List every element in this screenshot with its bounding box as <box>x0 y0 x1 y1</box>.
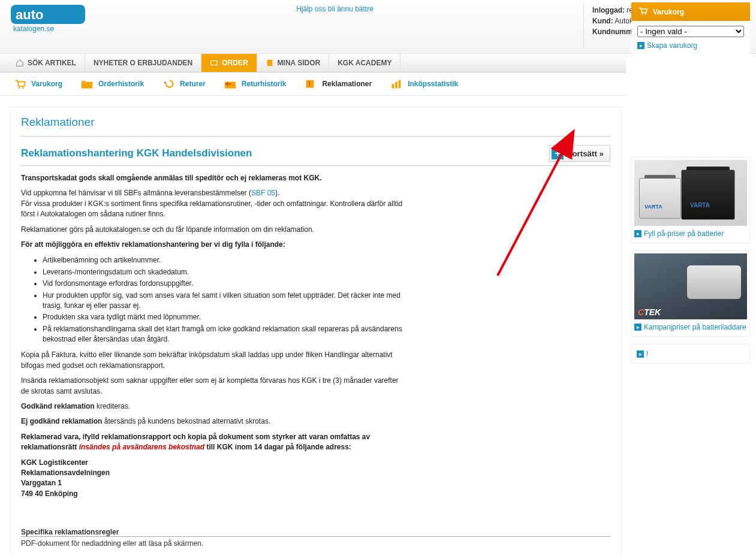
svg-text:!: ! <box>309 80 311 87</box>
address: KGK Logistikcenter Reklamationsavdelning… <box>21 458 405 500</box>
promo-chargers-link[interactable]: ▸Kampanjpriser på batteriladdare <box>634 319 747 331</box>
svg-point-16 <box>644 13 646 14</box>
sbf-link[interactable]: SBF 05 <box>251 189 275 197</box>
nav-order[interactable]: ORDER <box>201 54 257 72</box>
subnav-varukorg[interactable]: Varukorg <box>7 72 74 95</box>
svg-rect-14 <box>399 80 401 89</box>
list-item: På reklamationshandlingarna skall det kl… <box>43 324 405 346</box>
nav-kgk-academy[interactable]: KGK ACADEMY <box>329 54 400 72</box>
fortsatt-button[interactable]: + Fortsätt » <box>549 145 610 162</box>
p-godkand: Godkänd reklamation krediteras. <box>21 401 405 412</box>
svg-point-15 <box>641 13 643 14</box>
subnav-returhistorik[interactable]: Returhistorik <box>218 72 299 95</box>
nav-sok-artikel[interactable]: SÖK ARTIKEL <box>7 54 85 72</box>
cart-select[interactable]: - Ingen vald - <box>637 26 744 37</box>
rules-title: Specifika reklamationsregler <box>21 528 610 537</box>
list-item: Hur produkten uppför sig, vad som anses … <box>43 290 405 312</box>
arrow-icon: ▸ <box>634 230 641 237</box>
list-item: Leverans-/monteringsdatum och skadedatum… <box>43 267 405 278</box>
subnav-returer[interactable]: Returer <box>156 72 218 95</box>
p-info: Reklamationer görs på autokatalogen.se o… <box>21 225 405 235</box>
page-title: Reklamationer <box>21 116 610 137</box>
requirements-list: Artikelbenämning och artikelnummer. Leve… <box>43 255 405 345</box>
subnav-orderhistorik[interactable]: Orderhistorik <box>74 72 156 95</box>
doc-icon <box>266 59 274 67</box>
p-insanda: Insända reklamationsobjekt som saknar up… <box>21 376 405 397</box>
svg-rect-12 <box>392 84 394 88</box>
svg-rect-13 <box>395 82 397 89</box>
stats-icon <box>390 78 403 89</box>
arrow-icon: ▸ <box>637 350 644 358</box>
promo-batteries[interactable]: VARTA VARTA ▸Fyll på-priser på batterier <box>631 157 750 243</box>
p-ej-godkand: Ej godkänd reklamation återsänds på kund… <box>21 416 405 427</box>
list-item: Vid fordonsmontage erfordras fordonsuppg… <box>43 278 405 289</box>
p-kopia: Kopia på Faktura, kvitto eller liknande … <box>21 350 405 371</box>
promo-batteries-link[interactable]: ▸Fyll på-priser på batterier <box>634 226 747 238</box>
folder-icon <box>80 78 94 89</box>
body-text: Transportskadat gods skall omgående anmä… <box>21 173 405 499</box>
arrow-icon: ▸ <box>634 324 641 331</box>
logged-in-label: Inloggad: <box>592 6 625 14</box>
rules-sub: PDF-dokument för nedladdning eller att l… <box>21 539 610 548</box>
svg-point-5 <box>19 87 20 89</box>
svg-text:auto: auto <box>16 7 43 22</box>
subnav-inkopsstatistik[interactable]: Inköpsstatistik <box>384 72 470 95</box>
p-sbf: Vid uppkomna fel hänvisar vi till SBFs a… <box>21 188 405 219</box>
svg-point-6 <box>22 87 24 89</box>
main-nav: SÖK ARTIKEL NYHETER O ERBJUDANDEN ORDER … <box>0 54 626 72</box>
list-item: Produkten ska vara tydligt märkt med löp… <box>43 312 405 323</box>
nav-nyheter[interactable]: NYHETER O ERBJUDANDEN <box>85 54 201 72</box>
promo-chargers[interactable]: CTEK ▸Kampanjpriser på batteriladdare <box>631 250 750 337</box>
p-transport: Transportskadat gods skall omgående anmä… <box>21 173 405 183</box>
cart-icon <box>13 78 26 89</box>
return-icon <box>162 78 175 89</box>
home-icon <box>16 59 24 67</box>
kund-label: Kund: <box>592 17 613 25</box>
section-title: Reklamationshantering KGK Handelsdivisio… <box>21 147 549 159</box>
subnav-reklamationer[interactable]: ! Reklamationer <box>298 72 384 95</box>
p-effektiv: För att möjliggöra en effektiv reklamati… <box>21 240 405 250</box>
svg-text:katalogen.se: katalogen.se <box>13 25 54 33</box>
p-reklamerad: Reklamerad vara, ifylld reklamationsrapp… <box>21 432 405 453</box>
promo-image: CTEK <box>634 253 747 319</box>
cart-header: Varukorg <box>631 2 750 21</box>
skapa-varukorg-link[interactable]: ▸Skapa varukorg <box>637 41 697 50</box>
plus-icon: + <box>552 147 564 159</box>
svg-rect-9 <box>225 82 236 89</box>
sub-nav: Varukorg Orderhistorik Returer Returhist… <box>0 72 626 96</box>
svg-rect-3 <box>211 61 218 65</box>
alert-icon: ! <box>304 78 317 89</box>
cart-icon <box>210 59 218 67</box>
svg-rect-4 <box>267 60 272 67</box>
logo[interactable]: auto katalogen.se <box>10 2 86 34</box>
nav-mina-sidor[interactable]: MINA SIDOR <box>257 54 330 72</box>
help-link[interactable]: Hjälp oss bli ännu bättre <box>296 5 374 13</box>
folder-return-icon <box>224 78 237 89</box>
svg-rect-8 <box>82 81 86 83</box>
promo-image: VARTA VARTA <box>634 160 747 226</box>
arrow-icon: ▸ <box>637 42 644 49</box>
list-item: Artikelbenämning och artikelnummer. <box>43 255 405 266</box>
mini-alert[interactable]: ▸ ! <box>631 344 750 364</box>
cart-icon <box>637 6 648 17</box>
